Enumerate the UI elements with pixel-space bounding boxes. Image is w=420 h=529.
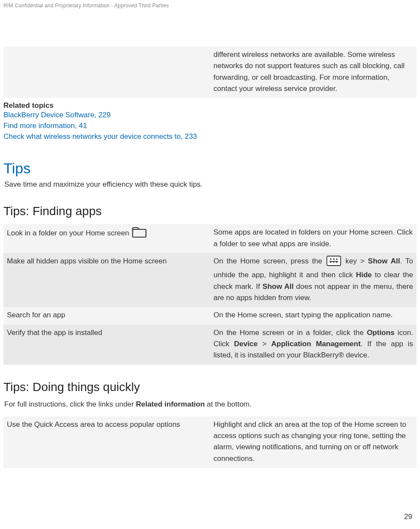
desc-text: On the Home screen or in a folder, click…: [213, 329, 364, 337]
finding-apps-desc: On the Home screen, press the: [210, 253, 417, 307]
page-number: 29: [404, 513, 412, 521]
intro-text: For full instructions, click the links u…: [4, 400, 134, 408]
intro-text: at the bottom.: [207, 400, 252, 408]
carryover-table: different wireless networks are availabl…: [3, 47, 417, 98]
finding-apps-title: Tips: Finding apps: [3, 204, 417, 218]
menu-key-icon: [326, 256, 341, 269]
finding-apps-desc: On the Home screen, start typing the app…: [210, 307, 417, 324]
intro-bold: Related information: [136, 400, 205, 408]
tips-intro: Save time and maximize your efficiency w…: [4, 180, 417, 189]
carryover-label-cell: [3, 47, 210, 98]
related-link[interactable]: Find more information, 41: [3, 121, 417, 131]
finding-apps-label: Look in a folder on your Home screen: [3, 224, 210, 253]
finding-apps-label: Verify that the app is installed: [3, 325, 210, 365]
doing-quickly-desc: Highlight and click an area at the top o…: [210, 416, 417, 468]
finding-apps-label: Make all hidden apps visible on the Home…: [3, 253, 210, 307]
finding-apps-desc: Some apps are located in folders on your…: [210, 224, 417, 253]
related-topics-heading: Related topics: [3, 101, 417, 110]
table-row: Look in a folder on your Home screen Som…: [3, 224, 417, 253]
doing-quickly-intro: For full instructions, click the links u…: [4, 400, 417, 409]
desc-bold: Application Management: [271, 340, 360, 348]
document-page: RIM Confidential and Proprietary Informa…: [0, 0, 420, 529]
carryover-desc-cell: different wireless networks are availabl…: [210, 47, 417, 98]
doing-quickly-title: Tips: Doing things quickly: [3, 380, 417, 394]
row-label-text: Look in a folder on your Home screen: [7, 229, 129, 237]
table-row: different wireless networks are availabl…: [3, 47, 417, 98]
finding-apps-table: Look in a folder on your Home screen Som…: [3, 224, 417, 364]
table-row: Make all hidden apps visible on the Home…: [3, 253, 417, 307]
desc-text: On the Home screen, press the: [213, 257, 322, 265]
doing-quickly-label: Use the Quick Access area to access popu…: [3, 416, 210, 468]
doing-quickly-table: Use the Quick Access area to access popu…: [3, 416, 417, 468]
desc-text: >: [262, 340, 266, 348]
page-content: different wireless networks are availabl…: [3, 47, 417, 468]
table-row: Use the Quick Access area to access popu…: [3, 416, 417, 468]
svg-rect-8: [329, 261, 338, 262]
table-row: Verify that the app is installed On the …: [3, 325, 417, 365]
confidential-header: RIM Confidential and Proprietary Informa…: [3, 0, 417, 9]
svg-point-4: [336, 258, 338, 260]
related-link[interactable]: Check what wireless networks your device…: [3, 131, 417, 142]
desc-bold: Options: [367, 329, 395, 337]
desc-bold: Show All: [368, 257, 400, 265]
svg-rect-1: [327, 256, 341, 266]
svg-point-2: [330, 258, 332, 260]
table-row: Search for an app On the Home screen, st…: [3, 307, 417, 324]
desc-bold: Hide: [356, 271, 372, 279]
svg-point-3: [333, 258, 335, 260]
desc-bold: Device: [234, 340, 258, 348]
finding-apps-desc: On the Home screen or in a folder, click…: [210, 325, 417, 365]
desc-bold: Show All: [263, 282, 294, 291]
related-link[interactable]: BlackBerry Device Software, 229: [3, 110, 417, 121]
desc-text: key >: [345, 257, 364, 265]
finding-apps-label: Search for an app: [3, 307, 210, 324]
folder-icon: [132, 227, 147, 241]
svg-rect-0: [133, 229, 146, 237]
tips-title: Tips: [3, 160, 417, 177]
